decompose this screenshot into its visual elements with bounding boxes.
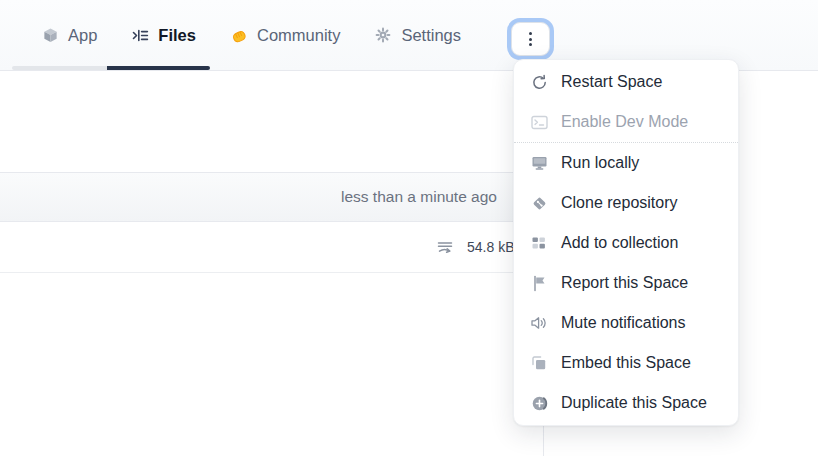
- file-size: 54.8 kB: [467, 239, 514, 255]
- commit-time-ago: less than a minute ago: [341, 173, 497, 221]
- active-tab-underline: [107, 66, 210, 70]
- file-meta: 54.8 kB: [436, 222, 514, 272]
- duplicate-plus-icon: [530, 395, 548, 412]
- menu-item-report-space[interactable]: Report this Space: [514, 263, 738, 303]
- gear-icon: [374, 27, 392, 44]
- transfer-lines-icon: [436, 239, 454, 256]
- flag-icon: [530, 275, 548, 292]
- git-diamond-icon: [530, 195, 548, 212]
- restart-icon: [530, 74, 548, 91]
- terminal-icon: [530, 114, 548, 131]
- menu-item-embed-space[interactable]: Embed this Space: [514, 343, 738, 383]
- embed-copy-icon: [530, 355, 548, 372]
- menu-item-add-to-collection[interactable]: Add to collection: [514, 223, 738, 263]
- menu-item-enable-dev-mode[interactable]: Enable Dev Mode: [514, 102, 738, 142]
- overflow-menu-button[interactable]: [511, 22, 550, 56]
- monitor-icon: [530, 155, 548, 172]
- tab-community-label: Community: [257, 26, 340, 45]
- tab-underline-track: [12, 66, 108, 70]
- speaker-icon: [530, 315, 548, 332]
- last-commit-bar: less than a minute ago: [0, 172, 543, 222]
- hand-icon: [230, 27, 248, 44]
- cube-icon: [41, 27, 59, 44]
- tab-app-label: App: [68, 26, 97, 45]
- collection-grid-icon: [530, 235, 548, 252]
- space-options-menu: Restart Space Enable Dev Mode: [513, 59, 739, 426]
- tab-list: App Files: [24, 0, 478, 70]
- menu-item-duplicate-space[interactable]: Duplicate this Space: [514, 383, 738, 423]
- files-icon: [131, 27, 149, 44]
- tab-app[interactable]: App: [24, 0, 114, 70]
- tab-files[interactable]: Files: [114, 0, 213, 70]
- menu-item-run-locally[interactable]: Run locally: [514, 143, 738, 183]
- tab-settings[interactable]: Settings: [357, 0, 478, 70]
- tab-settings-label: Settings: [401, 26, 461, 45]
- file-row: 54.8 kB: [0, 222, 543, 273]
- kebab-menu-icon: [529, 32, 532, 46]
- spaces-page: App Files: [0, 0, 818, 456]
- tab-files-label: Files: [158, 26, 196, 45]
- menu-item-clone-repository[interactable]: Clone repository: [514, 183, 738, 223]
- menu-item-mute-notifications[interactable]: Mute notifications: [514, 303, 738, 343]
- tab-community[interactable]: Community: [213, 0, 357, 70]
- menu-item-restart-space[interactable]: Restart Space: [514, 62, 738, 102]
